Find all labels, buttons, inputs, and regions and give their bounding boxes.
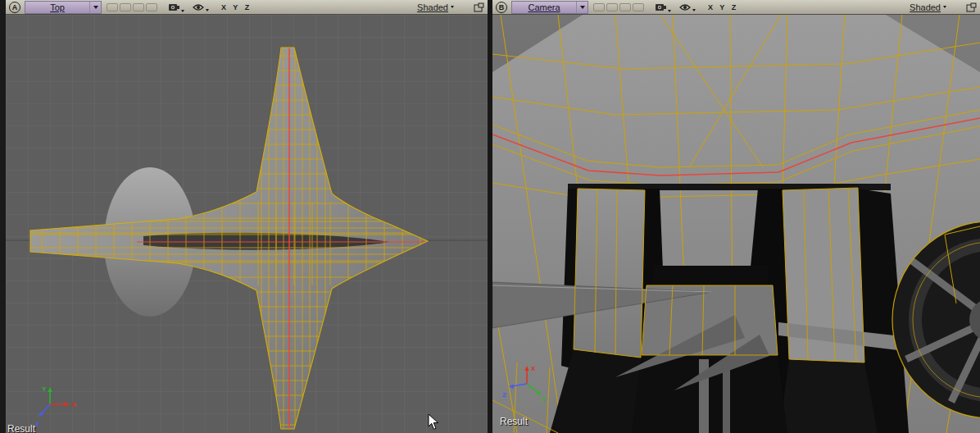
memo-cam-slot[interactable] (107, 3, 118, 11)
memo-cam-slots (593, 3, 644, 11)
camera-icon[interactable] (655, 2, 671, 12)
chevron-down-icon (451, 6, 454, 8)
memo-cam-slots (107, 3, 157, 11)
view-menu[interactable]: Top (25, 1, 102, 14)
maximize-viewport-icon[interactable] (966, 2, 977, 12)
memo-cam-slot[interactable] (133, 3, 144, 11)
chevron-down-icon (181, 10, 184, 12)
chevron-down-icon (668, 10, 671, 12)
top-view-render (6, 15, 488, 433)
memo-cam-slot[interactable] (146, 3, 157, 11)
eye-icon[interactable] (679, 3, 696, 11)
memo-cam-slot[interactable] (619, 3, 631, 11)
view-menu-label: Top (25, 2, 89, 13)
chevron-down-icon (692, 9, 696, 11)
eye-icon-glyph (193, 3, 205, 11)
view-menu[interactable]: Camera (511, 1, 588, 14)
camera-icon[interactable] (168, 2, 184, 12)
window-edge (0, 0, 6, 433)
viewport-a-scene[interactable]: Y X Z Result (6, 15, 488, 433)
viewport-letter-badge[interactable]: B (496, 2, 507, 13)
display-mode-menu[interactable]: Shaded (417, 2, 454, 12)
viewport-a-header: A Top (6, 0, 488, 15)
chevron-down-icon (943, 6, 946, 8)
maximize-icon-glyph (474, 2, 484, 12)
display-mode-menu[interactable]: Shaded (910, 2, 946, 12)
camera-icon-glyph (168, 2, 180, 12)
result-status: Result (7, 423, 35, 433)
result-status: Result (500, 416, 528, 427)
display-mode-label: Shaded (417, 2, 448, 12)
viewport-b-scene[interactable]: X Y Z Result (492, 15, 980, 433)
maximize-icon-glyph (966, 2, 977, 12)
viewport-letter-badge[interactable]: A (9, 2, 20, 13)
display-mode-label: Shaded (910, 2, 941, 12)
chevron-down-icon (206, 9, 209, 11)
memo-cam-slot[interactable] (633, 3, 644, 11)
viewport-b-header: B Camera (492, 0, 980, 15)
viewport-a: A Top (6, 0, 488, 433)
camera-icon-glyph (655, 2, 667, 12)
axis-toggle-labels[interactable]: X Y Z (708, 3, 738, 11)
eye-icon[interactable] (193, 3, 209, 11)
eye-icon-glyph (679, 3, 692, 11)
viewport-b: B Camera (492, 0, 980, 433)
memo-cam-slot[interactable] (120, 3, 131, 11)
memo-cam-slot[interactable] (593, 3, 605, 11)
dual-viewport-workspace: A Top (0, 0, 980, 433)
chevron-down-icon[interactable] (89, 2, 101, 13)
axis-toggle-labels[interactable]: X Y Z (221, 3, 252, 11)
camera-view-render (492, 15, 980, 433)
view-menu-label: Camera (512, 2, 576, 13)
chevron-down-icon[interactable] (576, 2, 588, 13)
maximize-viewport-icon[interactable] (474, 2, 484, 12)
memo-cam-slot[interactable] (606, 3, 618, 11)
